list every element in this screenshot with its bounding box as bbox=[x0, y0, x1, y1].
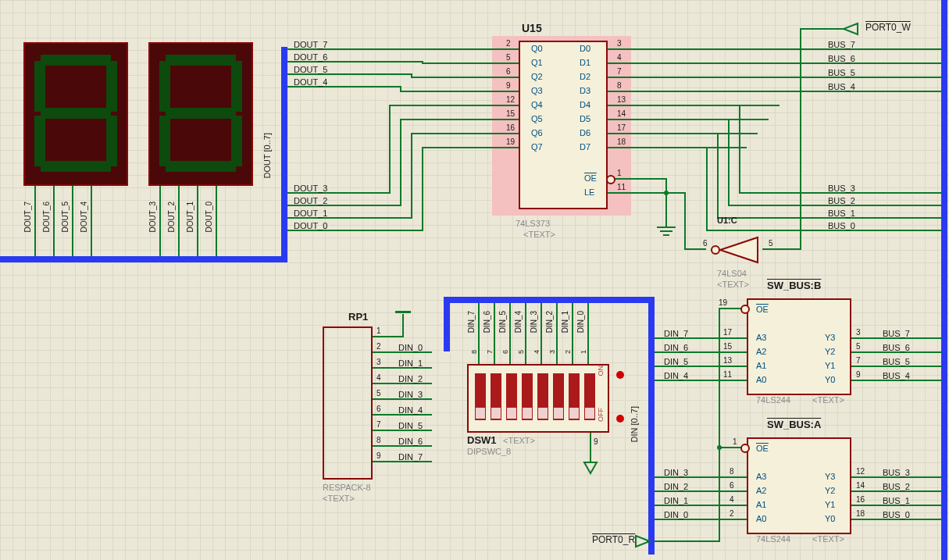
u15-l-num2: 6 bbox=[506, 67, 511, 76]
swa-r-num2: 16 bbox=[856, 495, 865, 504]
dsw-net-2: DIN_5 bbox=[498, 311, 507, 333]
bus-mid-2: BUS_1 bbox=[828, 209, 855, 218]
u15-r-num7: 18 bbox=[617, 137, 626, 146]
dsw-pin7: 1 bbox=[580, 350, 587, 354]
port0r-arrow-icon bbox=[634, 534, 651, 548]
rp1-num8: 9 bbox=[376, 451, 381, 460]
u15-l-num0: 2 bbox=[506, 39, 511, 48]
net-dout0: DOUT_0 bbox=[294, 221, 327, 230]
pin-dout6: DOUT_6 bbox=[42, 202, 51, 232]
net-dout1: DOUT_1 bbox=[294, 209, 327, 218]
bus-top-2: BUS_5 bbox=[828, 68, 855, 77]
svg-marker-4 bbox=[584, 462, 597, 473]
swa-r-name3: Y0 bbox=[825, 514, 835, 523]
svg-marker-0 bbox=[720, 237, 758, 262]
swa-oe: 1 bbox=[733, 437, 737, 446]
bus-mid-1: BUS_2 bbox=[828, 196, 855, 205]
u15-r-num5: 14 bbox=[617, 109, 626, 118]
u15-l-name4: Q4 bbox=[531, 100, 543, 109]
pin-dout3: DOUT_3 bbox=[148, 202, 157, 232]
u15-r-num3: 8 bbox=[617, 81, 622, 90]
swa-l-name3: A0 bbox=[756, 514, 766, 523]
swb-r-num1: 5 bbox=[856, 342, 861, 351]
swa-l-net1: DIN_2 bbox=[664, 482, 688, 491]
swb-l-name0: A3 bbox=[756, 333, 766, 342]
din-bus-label: DIN [0..7] bbox=[630, 406, 639, 442]
swa-l-name0: A3 bbox=[756, 472, 766, 481]
u15-l-num3: 9 bbox=[506, 81, 511, 90]
pin-dout4: DOUT_4 bbox=[80, 202, 88, 232]
u15-l-name5: Q5 bbox=[531, 114, 543, 123]
u15-le-name: LE bbox=[584, 187, 594, 197]
u1c-text: <TEXT> bbox=[717, 280, 749, 289]
bus-mid-3: BUS_0 bbox=[828, 221, 855, 230]
sevenseg-right[interactable] bbox=[148, 42, 253, 186]
rp1-num2: 3 bbox=[376, 358, 381, 366]
swa-l-net3: DIN_0 bbox=[664, 510, 688, 519]
u1c-part: 74LS04 bbox=[717, 269, 747, 278]
u15-r-name3: D3 bbox=[580, 86, 590, 95]
dsw-net-3: DIN_4 bbox=[514, 311, 523, 333]
dsw-net-4: DIN_3 bbox=[530, 311, 538, 333]
swa-r-name2: Y1 bbox=[825, 500, 835, 509]
dsw-pin2: 6 bbox=[501, 350, 509, 354]
dsw-pin1: 7 bbox=[486, 350, 494, 354]
dsw-net-5: DIN_2 bbox=[545, 311, 554, 333]
bus-top-1: BUS_6 bbox=[828, 54, 855, 63]
sevenseg-left[interactable] bbox=[23, 42, 128, 186]
swb-l-net0: DIN_7 bbox=[664, 329, 688, 338]
swb-oe: 19 bbox=[719, 298, 727, 307]
dsw1-on: ON bbox=[597, 366, 605, 376]
u15-r-name1: D1 bbox=[580, 58, 590, 67]
rp1-ref: RP1 bbox=[348, 311, 368, 323]
u15-r-name6: D6 bbox=[580, 128, 590, 137]
schematic-canvas[interactable]: DOUT_7 DOUT_6 DOUT_5 DOUT_4 DOUT_3 DOUT_… bbox=[0, 0, 949, 560]
rp1-net3: DIN_2 bbox=[398, 374, 423, 383]
u1c-out: 6 bbox=[703, 239, 708, 248]
swb-r-name2: Y1 bbox=[825, 361, 835, 370]
pin-dout0: DOUT_0 bbox=[205, 202, 213, 232]
swa-l-name2: A1 bbox=[756, 500, 766, 509]
swb-text: <TEXT> bbox=[812, 395, 844, 405]
rp1-net1: DIN_0 bbox=[398, 343, 423, 352]
pin-dout5: DOUT_5 bbox=[61, 202, 70, 232]
u15-part: 74LS373 bbox=[516, 219, 550, 228]
swb-r-num2: 7 bbox=[856, 356, 861, 365]
bus-right bbox=[941, 0, 947, 560]
swa-text: <TEXT> bbox=[812, 534, 844, 544]
u15-ref: U15 bbox=[522, 22, 542, 34]
pin-dout7: DOUT_7 bbox=[23, 202, 32, 232]
inverter-u1c[interactable] bbox=[706, 234, 762, 266]
bus-dout-v bbox=[281, 47, 287, 262]
port0r-label: PORT0_R bbox=[592, 534, 635, 545]
dip-dsw1[interactable] bbox=[467, 364, 609, 433]
u15-l-num7: 19 bbox=[506, 137, 515, 146]
pin-dout1: DOUT_1 bbox=[186, 202, 194, 232]
pin-dout2: DOUT_2 bbox=[167, 202, 176, 232]
u15-l-name2: Q2 bbox=[531, 72, 543, 81]
swb-l-num0: 17 bbox=[723, 328, 732, 337]
net-dout6: DOUT_6 bbox=[294, 52, 327, 62]
respack-rp1[interactable] bbox=[323, 326, 373, 480]
u15-l-name6: Q6 bbox=[531, 128, 543, 137]
u15-l-name7: Q7 bbox=[531, 142, 543, 152]
swb-l-num1: 15 bbox=[723, 342, 732, 351]
bus-din-h bbox=[444, 297, 655, 303]
u15-oe-num: 1 bbox=[617, 169, 622, 177]
rp1-text: <TEXT> bbox=[323, 494, 355, 503]
bus-top-0: BUS_7 bbox=[828, 40, 855, 49]
swb-r-name3: Y0 bbox=[825, 375, 835, 384]
swa-l-num1: 6 bbox=[730, 481, 734, 490]
u15-l-name3: Q3 bbox=[531, 86, 543, 95]
rp1-net4: DIN_3 bbox=[398, 390, 423, 399]
swa-part: 74LS244 bbox=[756, 534, 790, 544]
rp1-num5: 6 bbox=[376, 405, 381, 413]
net-dout4: DOUT_4 bbox=[294, 77, 327, 87]
swa-l-name1: A2 bbox=[756, 486, 766, 495]
rp1-net7: DIN_6 bbox=[398, 437, 423, 446]
u15-l-num4: 12 bbox=[506, 95, 515, 104]
dsw1-ref: DSW1 bbox=[467, 434, 497, 446]
net-dout7: DOUT_7 bbox=[294, 40, 327, 49]
swb-l-name3: A0 bbox=[756, 375, 766, 384]
dsw1-pin9: 9 bbox=[594, 437, 598, 446]
